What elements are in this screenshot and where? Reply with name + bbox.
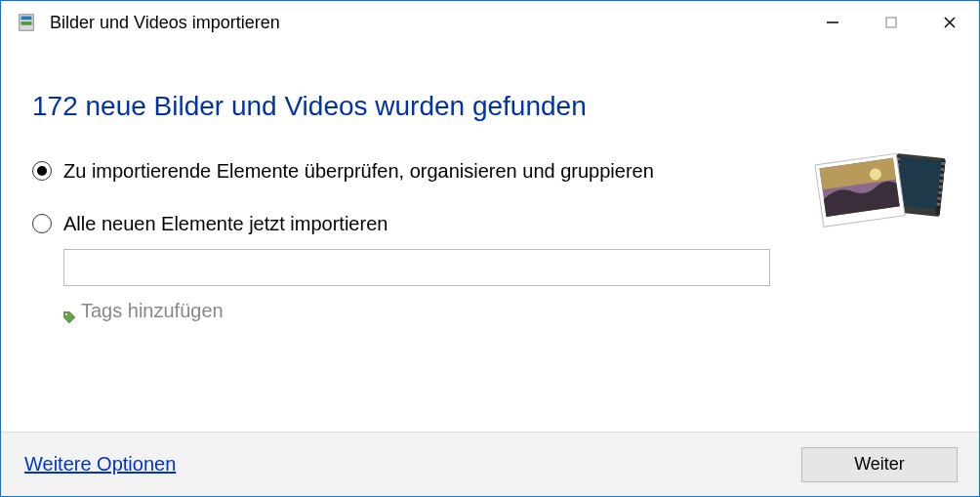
- option-review-label: Zu importierende Elemente überprüfen, or…: [63, 157, 654, 185]
- svg-point-7: [65, 313, 67, 315]
- radio-icon: [32, 214, 52, 233]
- svg-rect-1: [21, 17, 32, 21]
- tag-input[interactable]: [63, 249, 770, 286]
- svg-rect-17: [937, 197, 941, 200]
- maximize-button[interactable]: [862, 1, 920, 44]
- minimize-button[interactable]: [803, 1, 862, 44]
- close-button[interactable]: [920, 1, 979, 44]
- svg-rect-18: [937, 203, 941, 206]
- tag-hint: Tags hinzufügen: [63, 300, 950, 322]
- headline: 172 neue Bilder und Videos wurden gefund…: [32, 91, 950, 122]
- svg-rect-4: [886, 18, 896, 27]
- window-title: Bilder und Videos importieren: [50, 13, 803, 33]
- illustration-photos-icon: [813, 147, 950, 245]
- option-review[interactable]: Zu importierende Elemente überprüfen, or…: [32, 157, 657, 185]
- content-area: 172 neue Bilder und Videos wurden gefund…: [1, 44, 979, 322]
- option-import-all[interactable]: Alle neuen Elemente jetzt importieren: [32, 210, 657, 237]
- footer: Weitere Optionen Weiter: [1, 432, 979, 496]
- more-options-link[interactable]: Weitere Optionen: [24, 453, 176, 476]
- svg-rect-15: [939, 186, 943, 188]
- window-controls: [803, 1, 979, 44]
- radio-icon: [32, 161, 52, 181]
- titlebar[interactable]: Bilder und Videos importieren: [1, 1, 979, 44]
- svg-rect-2: [21, 21, 32, 25]
- svg-rect-14: [939, 180, 943, 183]
- options-area: Zu importierende Elemente überprüfen, or…: [32, 157, 950, 322]
- svg-rect-13: [940, 174, 944, 177]
- svg-rect-16: [938, 191, 942, 194]
- app-icon: [15, 11, 38, 34]
- tag-hint-text: Tags hinzufügen: [81, 300, 224, 322]
- svg-rect-11: [941, 162, 945, 165]
- svg-rect-12: [940, 168, 944, 171]
- next-button[interactable]: Weiter: [801, 447, 958, 482]
- option-import-all-label: Alle neuen Elemente jetzt importieren: [63, 210, 388, 237]
- tag-icon: [63, 306, 75, 317]
